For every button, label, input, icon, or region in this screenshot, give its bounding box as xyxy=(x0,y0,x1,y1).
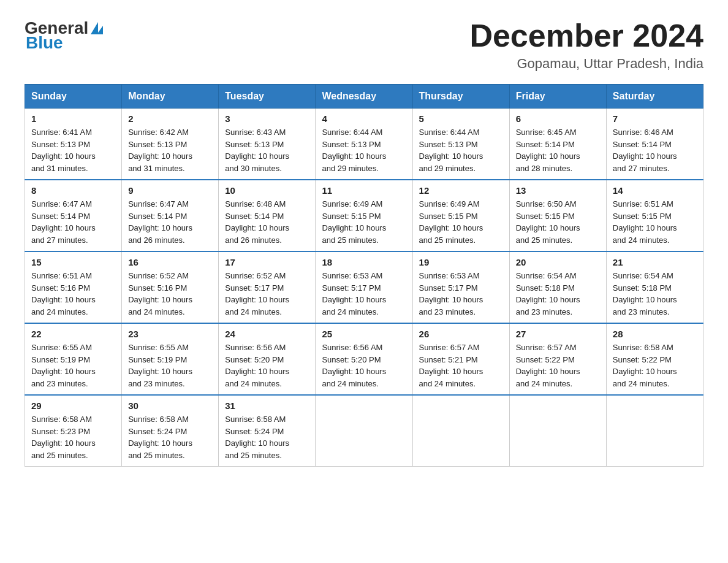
calendar-cell: 6 Sunrise: 6:45 AMSunset: 5:14 PMDayligh… xyxy=(509,109,606,180)
day-number: 1 xyxy=(31,113,115,124)
day-info: Sunrise: 6:51 AMSunset: 5:16 PMDaylight:… xyxy=(31,271,96,316)
calendar-cell: 29 Sunrise: 6:58 AMSunset: 5:23 PMDaylig… xyxy=(25,395,122,467)
calendar-cell: 5 Sunrise: 6:44 AMSunset: 5:13 PMDayligh… xyxy=(412,109,509,180)
calendar-cell xyxy=(412,395,509,467)
calendar-cell: 19 Sunrise: 6:53 AMSunset: 5:17 PMDaylig… xyxy=(412,251,509,323)
title-area: December 2024 Gopamau, Uttar Pradesh, In… xyxy=(469,18,703,72)
calendar-col-saturday: Saturday xyxy=(606,85,703,109)
calendar-col-thursday: Thursday xyxy=(412,85,509,109)
day-number: 27 xyxy=(516,329,600,339)
calendar-cell: 18 Sunrise: 6:53 AMSunset: 5:17 PMDaylig… xyxy=(316,251,412,323)
calendar-cell: 27 Sunrise: 6:57 AMSunset: 5:22 PMDaylig… xyxy=(509,323,606,395)
day-info: Sunrise: 6:58 AMSunset: 5:22 PMDaylight:… xyxy=(613,343,677,388)
calendar-week-row: 29 Sunrise: 6:58 AMSunset: 5:23 PMDaylig… xyxy=(25,395,703,467)
day-number: 5 xyxy=(419,113,503,124)
day-info: Sunrise: 6:52 AMSunset: 5:17 PMDaylight:… xyxy=(225,271,289,316)
logo-icon xyxy=(91,22,103,34)
day-number: 19 xyxy=(419,257,503,267)
day-number: 30 xyxy=(128,400,212,411)
day-info: Sunrise: 6:54 AMSunset: 5:18 PMDaylight:… xyxy=(613,271,677,316)
day-number: 11 xyxy=(322,185,406,196)
day-number: 7 xyxy=(613,113,697,124)
calendar-cell: 10 Sunrise: 6:48 AMSunset: 5:14 PMDaylig… xyxy=(219,180,316,251)
day-info: Sunrise: 6:47 AMSunset: 5:14 PMDaylight:… xyxy=(128,199,192,245)
day-info: Sunrise: 6:43 AMSunset: 5:13 PMDaylight:… xyxy=(225,128,289,173)
day-info: Sunrise: 6:49 AMSunset: 5:15 PMDaylight:… xyxy=(419,199,483,245)
day-number: 28 xyxy=(613,329,697,339)
calendar-col-wednesday: Wednesday xyxy=(316,85,412,109)
day-number: 8 xyxy=(31,185,115,196)
day-number: 25 xyxy=(322,329,406,339)
day-info: Sunrise: 6:57 AMSunset: 5:22 PMDaylight:… xyxy=(516,343,580,388)
day-number: 20 xyxy=(516,257,600,267)
day-info: Sunrise: 6:56 AMSunset: 5:20 PMDaylight:… xyxy=(225,343,289,388)
day-info: Sunrise: 6:49 AMSunset: 5:15 PMDaylight:… xyxy=(322,199,386,245)
day-info: Sunrise: 6:53 AMSunset: 5:17 PMDaylight:… xyxy=(322,271,386,316)
calendar-cell xyxy=(606,395,703,467)
day-info: Sunrise: 6:46 AMSunset: 5:14 PMDaylight:… xyxy=(613,128,677,173)
day-info: Sunrise: 6:57 AMSunset: 5:21 PMDaylight:… xyxy=(419,343,483,388)
day-number: 4 xyxy=(322,113,406,124)
day-info: Sunrise: 6:44 AMSunset: 5:13 PMDaylight:… xyxy=(322,128,386,173)
day-number: 10 xyxy=(225,185,309,196)
day-info: Sunrise: 6:48 AMSunset: 5:14 PMDaylight:… xyxy=(225,199,289,245)
day-number: 17 xyxy=(225,257,309,267)
calendar-week-row: 22 Sunrise: 6:55 AMSunset: 5:19 PMDaylig… xyxy=(25,323,703,395)
calendar-header-row: SundayMondayTuesdayWednesdayThursdayFrid… xyxy=(25,85,703,109)
day-number: 29 xyxy=(31,400,115,411)
calendar-cell: 25 Sunrise: 6:56 AMSunset: 5:20 PMDaylig… xyxy=(316,323,412,395)
logo: General Blue xyxy=(25,18,103,53)
day-number: 26 xyxy=(419,329,503,339)
calendar-table: SundayMondayTuesdayWednesdayThursdayFrid… xyxy=(25,84,703,467)
day-number: 16 xyxy=(128,257,212,267)
day-info: Sunrise: 6:58 AMSunset: 5:23 PMDaylight:… xyxy=(31,415,96,460)
calendar-cell: 23 Sunrise: 6:55 AMSunset: 5:19 PMDaylig… xyxy=(122,323,219,395)
day-info: Sunrise: 6:56 AMSunset: 5:20 PMDaylight:… xyxy=(322,343,386,388)
calendar-cell: 16 Sunrise: 6:52 AMSunset: 5:16 PMDaylig… xyxy=(122,251,219,323)
day-info: Sunrise: 6:50 AMSunset: 5:15 PMDaylight:… xyxy=(516,199,580,245)
day-info: Sunrise: 6:54 AMSunset: 5:18 PMDaylight:… xyxy=(516,271,580,316)
day-number: 31 xyxy=(225,400,309,411)
calendar-cell: 1 Sunrise: 6:41 AMSunset: 5:13 PMDayligh… xyxy=(25,109,122,180)
day-number: 24 xyxy=(225,329,309,339)
day-number: 18 xyxy=(322,257,406,267)
day-number: 9 xyxy=(128,185,212,196)
calendar-week-row: 1 Sunrise: 6:41 AMSunset: 5:13 PMDayligh… xyxy=(25,109,703,180)
day-number: 6 xyxy=(516,113,600,124)
calendar-cell: 31 Sunrise: 6:58 AMSunset: 5:24 PMDaylig… xyxy=(219,395,316,467)
day-info: Sunrise: 6:41 AMSunset: 5:13 PMDaylight:… xyxy=(31,128,96,173)
calendar-cell: 13 Sunrise: 6:50 AMSunset: 5:15 PMDaylig… xyxy=(509,180,606,251)
calendar-cell: 11 Sunrise: 6:49 AMSunset: 5:15 PMDaylig… xyxy=(316,180,412,251)
day-number: 14 xyxy=(613,185,697,196)
calendar-cell: 30 Sunrise: 6:58 AMSunset: 5:24 PMDaylig… xyxy=(122,395,219,467)
calendar-cell: 26 Sunrise: 6:57 AMSunset: 5:21 PMDaylig… xyxy=(412,323,509,395)
day-info: Sunrise: 6:55 AMSunset: 5:19 PMDaylight:… xyxy=(31,343,96,388)
day-info: Sunrise: 6:53 AMSunset: 5:17 PMDaylight:… xyxy=(419,271,483,316)
day-info: Sunrise: 6:44 AMSunset: 5:13 PMDaylight:… xyxy=(419,128,483,173)
day-number: 2 xyxy=(128,113,212,124)
calendar-cell: 21 Sunrise: 6:54 AMSunset: 5:18 PMDaylig… xyxy=(606,251,703,323)
calendar-col-friday: Friday xyxy=(509,85,606,109)
calendar-cell xyxy=(509,395,606,467)
calendar-week-row: 15 Sunrise: 6:51 AMSunset: 5:16 PMDaylig… xyxy=(25,251,703,323)
calendar-cell: 8 Sunrise: 6:47 AMSunset: 5:14 PMDayligh… xyxy=(25,180,122,251)
day-number: 3 xyxy=(225,113,309,124)
calendar-cell: 14 Sunrise: 6:51 AMSunset: 5:15 PMDaylig… xyxy=(606,180,703,251)
day-number: 13 xyxy=(516,185,600,196)
day-info: Sunrise: 6:58 AMSunset: 5:24 PMDaylight:… xyxy=(225,415,289,460)
calendar-cell: 7 Sunrise: 6:46 AMSunset: 5:14 PMDayligh… xyxy=(606,109,703,180)
calendar-cell: 12 Sunrise: 6:49 AMSunset: 5:15 PMDaylig… xyxy=(412,180,509,251)
day-info: Sunrise: 6:42 AMSunset: 5:13 PMDaylight:… xyxy=(128,128,192,173)
main-title: December 2024 xyxy=(469,18,703,53)
day-number: 22 xyxy=(31,329,115,339)
calendar-cell xyxy=(316,395,412,467)
calendar-cell: 4 Sunrise: 6:44 AMSunset: 5:13 PMDayligh… xyxy=(316,109,412,180)
subtitle: Gopamau, Uttar Pradesh, India xyxy=(469,56,703,72)
day-info: Sunrise: 6:52 AMSunset: 5:16 PMDaylight:… xyxy=(128,271,192,316)
calendar-col-monday: Monday xyxy=(122,85,219,109)
calendar-week-row: 8 Sunrise: 6:47 AMSunset: 5:14 PMDayligh… xyxy=(25,180,703,251)
calendar-col-tuesday: Tuesday xyxy=(219,85,316,109)
day-number: 21 xyxy=(613,257,697,267)
calendar-cell: 20 Sunrise: 6:54 AMSunset: 5:18 PMDaylig… xyxy=(509,251,606,323)
calendar-col-sunday: Sunday xyxy=(25,85,122,109)
